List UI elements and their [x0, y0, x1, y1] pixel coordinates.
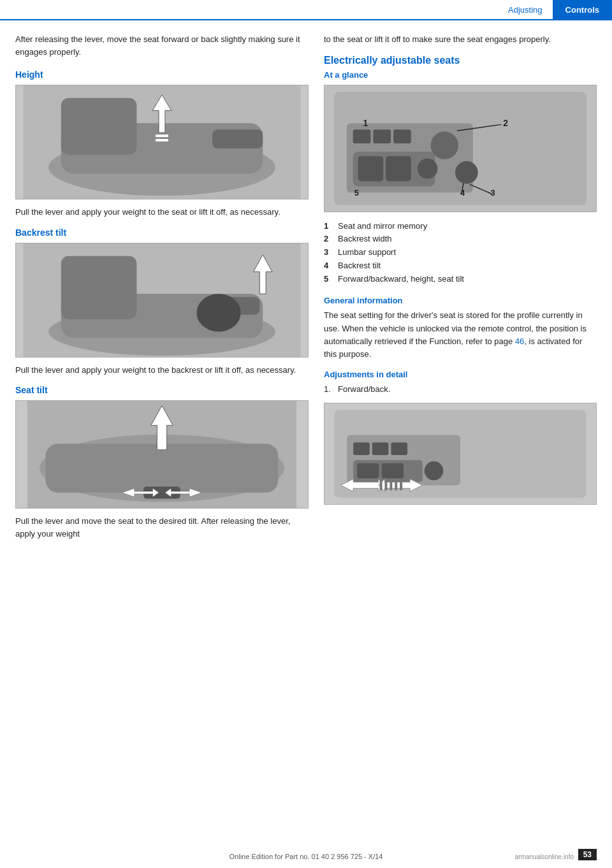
right-intro: to the seat or lift it off to make sure …	[324, 33, 597, 46]
page-number: 53	[578, 849, 597, 860]
list-item-4: 4 Backrest tilt	[324, 259, 597, 273]
list-item-5: 5 Forward/backward, height, seat tilt	[324, 273, 597, 286]
general-info-heading: General information	[324, 296, 597, 305]
svg-rect-46	[372, 442, 389, 455]
svg-text:4: 4	[460, 188, 465, 198]
svg-text:1: 1	[363, 118, 368, 128]
header-adjusting-label: Adjusting	[498, 5, 552, 15]
svg-text:3: 3	[491, 188, 495, 198]
main-content: After releasing the lever, move the seat…	[0, 20, 612, 549]
svg-rect-3	[61, 98, 137, 155]
item-num-1: 1	[324, 220, 334, 233]
item-num-4: 4	[324, 259, 334, 273]
seat-tilt-desc: Pull the lever and move the seat to the …	[15, 515, 309, 540]
seat-diagram-image: 1 2 5 4 3	[324, 85, 597, 212]
item-label-3: Lumbar support	[338, 246, 396, 259]
item-num-3: 3	[324, 246, 334, 259]
item-label-5: Forward/backward, height, seat tilt	[338, 273, 464, 286]
list-item-3: 3 Lumbar support	[324, 246, 597, 259]
svg-rect-11	[61, 256, 137, 319]
height-desc: Pull the lever and apply your weight to …	[15, 206, 309, 219]
svg-point-13	[196, 294, 240, 331]
svg-rect-54	[380, 480, 382, 490]
svg-rect-4	[212, 129, 263, 148]
footer-text: Online Edition for Part no. 01 40 2 956 …	[229, 853, 383, 860]
svg-rect-7	[156, 139, 168, 141]
svg-point-36	[455, 161, 478, 184]
svg-rect-33	[358, 156, 384, 181]
svg-rect-58	[400, 480, 402, 490]
adjustments-heading: Adjustments in detail	[324, 370, 597, 379]
list-item-2: 2 Backrest width	[324, 233, 597, 246]
svg-rect-25	[353, 129, 371, 143]
svg-rect-57	[395, 480, 397, 490]
svg-rect-50	[382, 463, 404, 479]
item-label-1: Seat and mirror memory	[338, 220, 427, 233]
left-column: After releasing the lever, move the seat…	[15, 33, 309, 549]
svg-rect-55	[385, 480, 388, 490]
header-controls-label: Controls	[553, 0, 612, 19]
page-link[interactable]: 46	[515, 336, 524, 346]
intro-text: After releasing the lever, move the seat…	[15, 33, 309, 58]
footer-logo: armanualsonline.info	[515, 853, 574, 860]
svg-rect-17	[46, 444, 279, 493]
seat-tilt-image	[15, 400, 309, 509]
right-column: to the seat or lift it off to make sure …	[324, 33, 597, 549]
svg-point-51	[425, 461, 444, 481]
adj-item-1: 1. Forward/back.	[324, 383, 597, 396]
svg-text:5: 5	[354, 188, 359, 198]
svg-rect-47	[391, 442, 407, 455]
height-heading: Height	[15, 69, 309, 80]
height-image	[15, 85, 309, 199]
adjustments-list: 1. Forward/back.	[324, 383, 597, 396]
item-num-2: 2	[324, 233, 334, 246]
adj-num-1: 1.	[324, 383, 335, 396]
item-label-4: Backrest tilt	[338, 259, 381, 273]
svg-rect-27	[393, 129, 411, 143]
svg-rect-49	[357, 463, 379, 479]
forward-back-image	[324, 403, 597, 505]
backrest-tilt-desc: Pull the lever and apply your weight to …	[15, 364, 309, 377]
svg-point-29	[430, 131, 458, 159]
seat-tilt-heading: Seat tilt	[15, 385, 309, 395]
svg-text:2: 2	[503, 118, 508, 128]
backrest-tilt-image	[15, 243, 309, 358]
electrically-adjustable-title: Electrically adjustable seats	[324, 55, 597, 66]
list-item-1: 1 Seat and mirror memory	[324, 220, 597, 233]
header-bar: Adjusting Controls	[0, 0, 612, 20]
svg-rect-26	[373, 129, 391, 143]
adj-label-1: Forward/back.	[338, 383, 390, 396]
svg-rect-56	[390, 480, 392, 490]
svg-point-35	[418, 158, 438, 178]
item-num-5: 5	[324, 273, 334, 286]
numbered-items-list: 1 Seat and mirror memory 2 Backrest widt…	[324, 220, 597, 286]
svg-rect-34	[386, 156, 411, 181]
backrest-tilt-heading: Backrest tilt	[15, 228, 309, 238]
general-info-text: The seat setting for the driver's seat i…	[324, 309, 597, 361]
item-label-2: Backrest width	[338, 233, 392, 246]
at-glance-heading: At a glance	[324, 70, 597, 80]
svg-rect-6	[156, 134, 168, 137]
svg-rect-45	[353, 442, 370, 455]
